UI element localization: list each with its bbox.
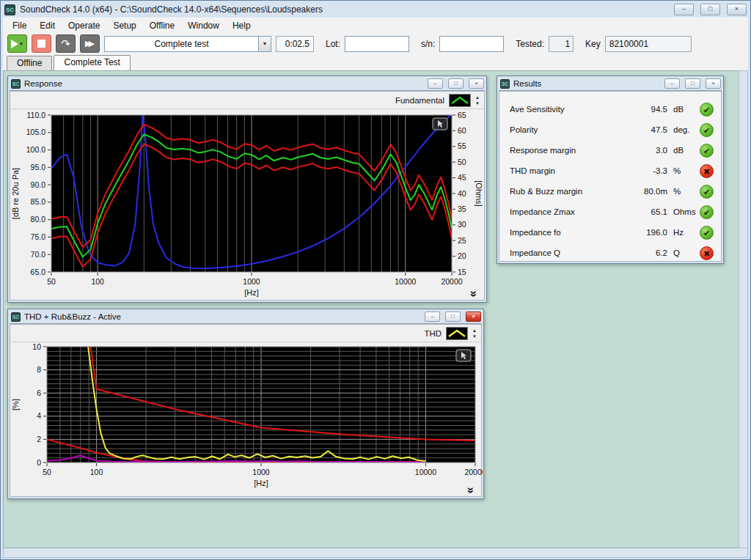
response-chart: 65.070.075.080.085.090.095.0100.0105.011… bbox=[10, 109, 486, 300]
stop-button[interactable] bbox=[32, 34, 51, 53]
svg-text:100.0: 100.0 bbox=[26, 145, 45, 154]
results-window-titlebar[interactable]: SC Results – □ × bbox=[499, 78, 722, 91]
close-icon[interactable]: × bbox=[466, 312, 481, 322]
svg-text:1000: 1000 bbox=[252, 468, 270, 476]
fundamental-curve-icon[interactable] bbox=[449, 94, 471, 107]
restore-icon[interactable]: □ bbox=[445, 312, 461, 322]
x-axis-label: [Hz] bbox=[244, 288, 259, 297]
spin-up-icon[interactable]: ▲ bbox=[472, 328, 477, 333]
main-window: SC SoundCheck 14.0 (x64) - C:\SoundCheck… bbox=[0, 0, 751, 560]
response-window: SC Response – □ × Fundamental ▲ ▼ bbox=[7, 75, 487, 303]
result-unit: Q bbox=[667, 248, 697, 257]
svg-text:10: 10 bbox=[32, 342, 41, 351]
menu-item-operate[interactable]: Operate bbox=[62, 19, 106, 32]
pass-check-icon: ✔ bbox=[700, 123, 714, 137]
result-value: -3.3 bbox=[629, 166, 667, 175]
result-value: 65.1 bbox=[629, 207, 667, 216]
response-window-titlebar[interactable]: SC Response – □ × bbox=[10, 78, 485, 91]
plot-tool-icon[interactable] bbox=[433, 118, 447, 130]
result-unit: dB bbox=[667, 105, 697, 114]
play-icon bbox=[11, 40, 18, 48]
restore-icon[interactable]: □ bbox=[700, 4, 720, 15]
svg-text:100: 100 bbox=[90, 468, 103, 476]
svg-text:20: 20 bbox=[458, 251, 466, 260]
menu-item-edit[interactable]: Edit bbox=[33, 19, 62, 32]
thd-window-titlebar[interactable]: SC THD + Rub&Buzz - Active – □ × bbox=[10, 311, 482, 324]
thd-window: SC THD + Rub&Buzz - Active – □ × THD ▲ bbox=[7, 309, 484, 499]
restore-icon[interactable]: □ bbox=[685, 78, 700, 89]
svg-text:10000: 10000 bbox=[395, 277, 416, 286]
svg-text:105.0: 105.0 bbox=[26, 128, 45, 136]
svg-text:4: 4 bbox=[37, 411, 41, 420]
tab-row: OfflineComplete Test bbox=[3, 55, 748, 70]
results-window: SC Results – □ × Ave Sensitivity94.5dB✔P… bbox=[497, 75, 724, 264]
expand-double-chevron-icon[interactable]: » bbox=[465, 487, 478, 493]
app-icon: SC bbox=[4, 4, 15, 15]
fast-forward-button[interactable]: ▶▶ bbox=[80, 34, 100, 53]
thd-legend-label: THD bbox=[424, 329, 442, 338]
svg-text:100: 100 bbox=[91, 277, 104, 286]
result-label: Impedance Zmax bbox=[510, 207, 629, 216]
y-axis-left-label: [dB re 20u Pa] bbox=[11, 168, 20, 219]
svg-text:65.0: 65.0 bbox=[31, 268, 46, 276]
svg-text:80.0: 80.0 bbox=[31, 215, 46, 224]
workspace-vertical-scrollbar[interactable] bbox=[739, 70, 748, 548]
spin-down-icon[interactable]: ▼ bbox=[472, 334, 477, 339]
title-bar: SC SoundCheck 14.0 (x64) - C:\SoundCheck… bbox=[3, 1, 748, 18]
result-label: Impedance Q bbox=[510, 248, 629, 257]
spin-down-icon[interactable]: ▼ bbox=[475, 101, 480, 106]
menu-item-setup[interactable]: Setup bbox=[106, 19, 142, 32]
thd-chart: 02468105010010001000020000[Hz][%] bbox=[10, 342, 483, 493]
sequence-select[interactable]: Complete test ▼ bbox=[104, 36, 271, 52]
minimize-icon[interactable]: – bbox=[425, 312, 440, 322]
spin-up-icon[interactable]: ▲ bbox=[475, 95, 480, 100]
result-label: Rub & Buzz margin bbox=[510, 187, 629, 196]
repeat-button[interactable]: ↷ bbox=[56, 34, 76, 53]
minimize-icon[interactable]: – bbox=[428, 78, 443, 89]
result-label: THD margin bbox=[510, 166, 629, 175]
pass-check-icon: ✔ bbox=[700, 144, 714, 158]
response-legend-row: Fundamental ▲ ▼ bbox=[10, 92, 484, 109]
legend-spinner[interactable]: ▲ ▼ bbox=[475, 95, 480, 106]
tab-complete-test[interactable]: Complete Test bbox=[54, 55, 130, 70]
chevron-down-icon[interactable]: ▼ bbox=[258, 37, 271, 51]
menu-item-help[interactable]: Help bbox=[226, 19, 257, 32]
minimize-icon[interactable]: – bbox=[674, 4, 694, 15]
result-row-response-margin: Response margin3.0dB✔ bbox=[499, 140, 721, 161]
run-sequence-button[interactable]: ▼ bbox=[7, 34, 27, 53]
mdi-workspace: SC Response – □ × Fundamental ▲ ▼ bbox=[3, 70, 739, 548]
tab-offline[interactable]: Offline bbox=[7, 56, 52, 70]
svg-text:8: 8 bbox=[37, 365, 41, 374]
result-label: Ave Sensitivity bbox=[510, 105, 629, 114]
legend-spinner[interactable]: ▲ ▼ bbox=[472, 328, 477, 339]
minimize-icon[interactable]: – bbox=[664, 78, 680, 89]
svg-text:15: 15 bbox=[458, 268, 466, 276]
thd-curve-icon[interactable] bbox=[446, 327, 468, 340]
menu-item-window[interactable]: Window bbox=[181, 19, 226, 32]
plot-tool-icon[interactable] bbox=[456, 350, 471, 361]
menu-item-file[interactable]: File bbox=[6, 19, 33, 32]
lot-input[interactable] bbox=[345, 36, 409, 52]
result-label: Polarity bbox=[510, 125, 629, 134]
pass-check-icon: ✔ bbox=[700, 226, 714, 240]
menu-item-offline[interactable]: Offline bbox=[143, 19, 181, 32]
close-icon[interactable]: × bbox=[706, 78, 721, 89]
result-value: 80.0m bbox=[629, 187, 667, 196]
result-row-impedance-zmax: Impedance Zmax65.1Ohms✔ bbox=[499, 202, 721, 222]
response-window-title: Response bbox=[24, 79, 422, 88]
svg-text:70.0: 70.0 bbox=[31, 250, 46, 259]
svg-text:60: 60 bbox=[458, 126, 466, 135]
sn-label: s/n: bbox=[421, 39, 435, 49]
restore-icon[interactable]: □ bbox=[448, 78, 464, 89]
thd-window-title: THD + Rub&Buzz - Active bbox=[24, 312, 420, 321]
app-icon: SC bbox=[11, 312, 21, 322]
workspace-horizontal-scrollbar[interactable] bbox=[3, 548, 748, 558]
result-unit: % bbox=[667, 187, 697, 196]
expand-double-chevron-icon[interactable]: » bbox=[468, 291, 481, 296]
result-row-polarity: Polarity47.5deg.✔ bbox=[499, 119, 721, 140]
close-icon[interactable]: × bbox=[727, 4, 747, 15]
fail-x-icon: ✖ bbox=[700, 164, 714, 178]
sn-input[interactable] bbox=[439, 36, 504, 52]
key-value: 82100001 bbox=[605, 36, 692, 52]
close-icon[interactable]: × bbox=[469, 78, 484, 89]
